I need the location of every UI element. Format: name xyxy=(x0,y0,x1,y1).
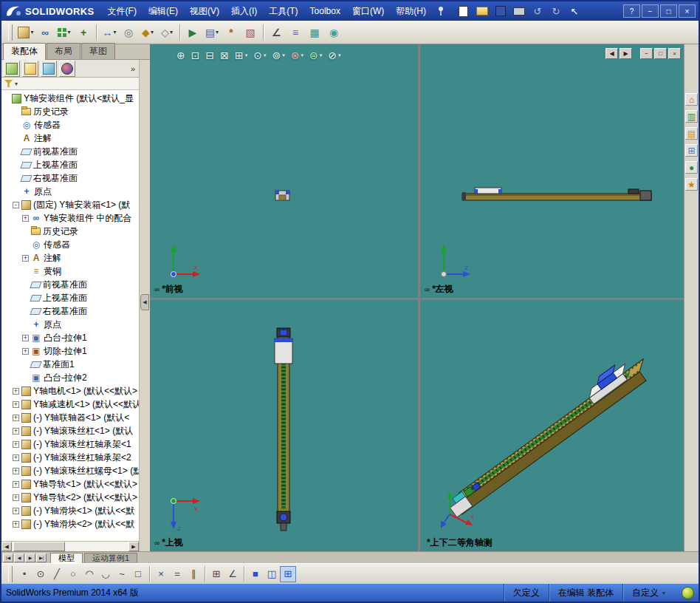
status-customize-cell[interactable]: 自定义▾ xyxy=(622,584,674,602)
tree-item[interactable]: 上视基准面 xyxy=(1,291,139,304)
restore-graphics-window-button[interactable]: □ xyxy=(654,48,667,59)
tree-item[interactable]: 上视基准面 xyxy=(1,158,139,171)
tab-assembly[interactable]: 装配体 xyxy=(3,43,46,60)
assembly-features-button[interactable]: ◆▾ xyxy=(138,24,157,41)
tangent-arc-tool-button[interactable]: ◡ xyxy=(97,566,114,582)
panel-collapse-button[interactable]: ◀ xyxy=(140,294,149,310)
insert-components-button[interactable]: ▾ xyxy=(16,24,35,41)
mirror-entities-button[interactable]: ∥ xyxy=(185,566,202,582)
tree-item[interactable]: +▣切除-拉伸1 xyxy=(1,344,139,358)
dropdown-arrow-icon[interactable]: ▾ xyxy=(67,29,70,35)
two-view-layout-button[interactable]: ◫ xyxy=(264,566,280,582)
mass-properties-button[interactable]: ≡ xyxy=(286,24,305,41)
propertymanager-button[interactable] xyxy=(22,61,38,77)
previous-view-button[interactable]: ⊟ xyxy=(202,48,217,63)
tree-item[interactable]: 历史记录 xyxy=(1,105,139,118)
new-document-button[interactable] xyxy=(456,4,472,18)
first-tab-button[interactable]: |◀ xyxy=(3,553,13,562)
tree-item[interactable]: ◎传感器 xyxy=(1,118,139,132)
tree-item[interactable]: +(-) Y轴滚珠丝杠<1> (默认 xyxy=(1,424,139,437)
dropdown-arrow-icon[interactable]: ▾ xyxy=(245,52,248,58)
menu-item[interactable]: 工具(T) xyxy=(263,5,303,18)
expand-icon[interactable]: + xyxy=(22,255,29,262)
dropdown-arrow-icon[interactable]: ▾ xyxy=(113,29,116,35)
tree-item[interactable]: 历史记录 xyxy=(1,225,139,238)
scroll-right-button[interactable]: ▶ xyxy=(128,542,139,551)
menu-item[interactable]: 帮助(H) xyxy=(390,5,432,18)
collapse-icon[interactable]: - xyxy=(13,202,19,208)
tab-model[interactable]: 模型 xyxy=(50,553,83,563)
expand-icon[interactable]: + xyxy=(13,521,19,528)
filter-funnel-icon[interactable] xyxy=(4,80,13,87)
help-button[interactable]: ? xyxy=(623,4,640,18)
panel-splitter[interactable]: ◀ xyxy=(139,60,150,551)
undo-button[interactable]: ↺ xyxy=(529,4,546,18)
tree-item[interactable]: +Y轴导轨<1> (默认<<默认> xyxy=(1,477,139,491)
menu-item[interactable]: 插入(I) xyxy=(225,5,263,18)
expand-icon[interactable]: + xyxy=(13,508,19,514)
menu-item[interactable]: Toolbox xyxy=(304,6,346,16)
expand-icon[interactable]: + xyxy=(13,428,19,435)
tree-item[interactable]: 基准面1 xyxy=(1,358,139,371)
dropdown-arrow-icon[interactable]: ▾ xyxy=(301,52,303,58)
dropdown-arrow-icon[interactable]: ▾ xyxy=(170,29,173,35)
view-palette-button[interactable]: ⊞ xyxy=(685,144,698,157)
expand-icon[interactable]: + xyxy=(13,441,19,448)
tab-layout[interactable]: 布局 xyxy=(47,43,80,59)
previous-tab-button[interactable]: ◀ xyxy=(14,553,24,562)
four-view-layout-button[interactable]: ⊞ xyxy=(280,566,296,582)
tree-item[interactable]: +(-) Y轴滑块<2> (默认<<默 xyxy=(1,517,139,531)
line-tool-button[interactable]: ╱ xyxy=(49,566,65,582)
linear-sketch-pattern-button[interactable]: ⊞ xyxy=(208,566,224,582)
custom-properties-button[interactable]: ★ xyxy=(685,178,698,191)
tree-item[interactable]: 前视基准面 xyxy=(1,278,139,291)
reference-geometry-button[interactable]: ◇▾ xyxy=(157,24,176,41)
zoom-fit-button[interactable]: ⊕ xyxy=(174,48,188,63)
mate-button[interactable]: ∞ xyxy=(35,24,55,41)
viewport-front[interactable]: Y X ∞ *前视 xyxy=(150,44,418,298)
configurationmanager-button[interactable] xyxy=(41,61,57,77)
zoom-area-button[interactable]: ⊡ xyxy=(188,48,203,63)
tree-item[interactable]: +原点 xyxy=(1,318,139,331)
trim-entities-button[interactable]: × xyxy=(153,566,169,582)
minimize-graphics-window-button[interactable]: − xyxy=(640,48,653,59)
file-explorer-button[interactable]: ▤ xyxy=(685,127,698,140)
show-hidden-components-button[interactable]: ◎ xyxy=(119,24,138,41)
panel-overflow-chevron[interactable]: » xyxy=(131,64,137,73)
select-cursor-button[interactable]: ↖ xyxy=(566,4,583,18)
exploded-view-button[interactable]: * xyxy=(222,24,241,41)
linear-component-pattern-button[interactable]: ▾ xyxy=(55,24,74,41)
featuremanager-tree-button[interactable] xyxy=(4,61,20,77)
design-library-button[interactable]: ▥ xyxy=(685,110,698,123)
toolbar-grip[interactable] xyxy=(8,24,13,41)
dropdown-arrow-icon[interactable]: ▾ xyxy=(338,52,341,58)
ellipse-tool-button[interactable]: ○ xyxy=(65,566,81,582)
pin-menu-icon[interactable] xyxy=(436,6,445,16)
menu-item[interactable]: 视图(V) xyxy=(184,5,225,18)
expand-icon[interactable]: + xyxy=(13,401,19,408)
tree-item[interactable]: +(-) Y轴滚珠丝杠螺母<1> (默 xyxy=(1,464,139,477)
open-document-button[interactable] xyxy=(474,4,490,18)
simulation-advisor-button[interactable]: ◉ xyxy=(324,24,343,41)
next-tab-button[interactable]: ▶ xyxy=(25,553,35,562)
menu-item[interactable]: 编辑(E) xyxy=(143,5,184,18)
rectangle-tool-button[interactable]: □ xyxy=(130,566,146,582)
tree-item[interactable]: +∞Y轴安装组件 中的配合 xyxy=(1,211,139,225)
viewport-isometric[interactable]: Y X *上下二等角轴测 xyxy=(420,300,684,551)
tree-item[interactable]: +原点 xyxy=(1,185,139,198)
displaymanager-button[interactable] xyxy=(59,61,75,77)
minimize-button[interactable]: − xyxy=(642,4,659,18)
expand-icon[interactable]: + xyxy=(13,415,19,421)
tree-item[interactable]: 右视基准面 xyxy=(1,304,139,318)
tree-item[interactable]: ▣凸台-拉伸2 xyxy=(1,371,139,384)
section-properties-button[interactable]: ▦ xyxy=(305,24,324,41)
tree-item[interactable]: +A注解 xyxy=(1,251,139,265)
edit-appearance-button[interactable]: ⊛▾ xyxy=(288,48,306,63)
tab-motion-study-1[interactable]: 运动算例1 xyxy=(84,553,137,563)
smart-fasteners-button[interactable]: + xyxy=(74,24,93,41)
menu-item[interactable]: 文件(F) xyxy=(102,5,143,18)
tab-sketch[interactable]: 草图 xyxy=(81,43,115,59)
appearances-scenes-button[interactable]: ● xyxy=(685,161,698,174)
dropdown-arrow-icon[interactable]: ▾ xyxy=(151,29,154,35)
dropdown-arrow-icon[interactable]: ▾ xyxy=(30,29,33,35)
